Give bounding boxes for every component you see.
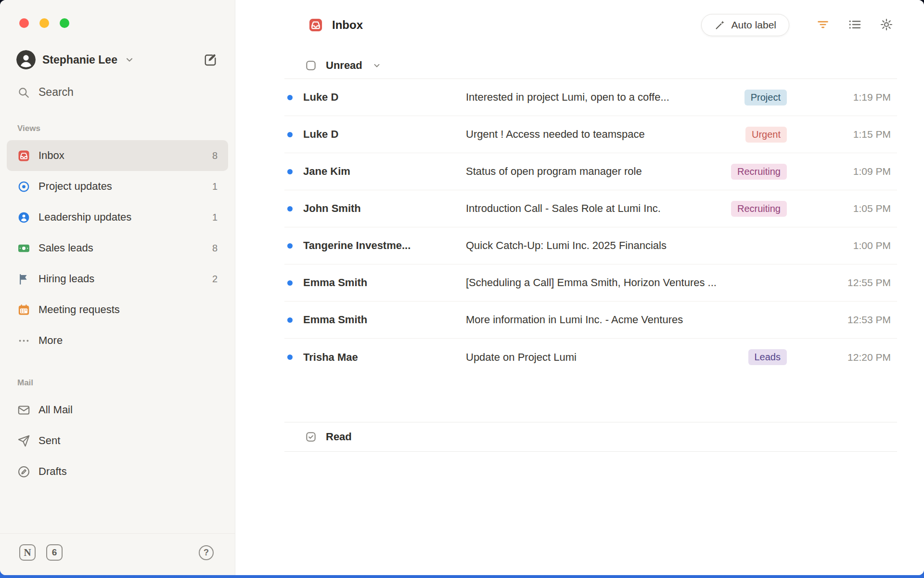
mail-section-label: Mail [17,378,235,388]
mail-nav: All Mail Sent Drafts [7,394,228,487]
unread-dot [287,317,293,323]
email-row[interactable]: Luke D Interested in project Lumi, open … [284,79,897,116]
sidebar-item-more[interactable]: More [7,325,228,356]
filter-button[interactable] [816,18,830,33]
sidebar-item-label: Sent [38,434,218,447]
unread-section-header[interactable]: Unread [284,52,897,79]
compose-icon [203,53,218,67]
list-view-button[interactable] [848,18,861,33]
chevron-down-icon [124,54,135,65]
sidebar-item-count: 1 [212,212,218,223]
email-subject: Update on Project Lumi [466,351,748,364]
views-section-label: Views [17,124,235,133]
app-window: Stephanie Lee Search Views Inbox 8 [0,0,924,575]
sidebar-item-hiring-leads[interactable]: Hiring leads 2 [7,263,228,294]
unread-dot [287,169,293,174]
views-nav: Inbox 8 Project updates 1 Leadership upd… [7,140,228,356]
search-icon [17,86,30,99]
zoom-window-button[interactable] [60,18,69,28]
sidebar-item-label: All Mail [38,404,218,416]
window-controls [0,0,235,28]
email-row[interactable]: Tangerine Investme... Quick Catch-Up: Lu… [284,227,897,264]
sidebar-item-drafts[interactable]: Drafts [7,456,228,487]
email-list: Luke D Interested in project Lumi, open … [284,79,897,376]
filter-icon [816,18,830,33]
sales-icon [17,242,30,255]
email-row[interactable]: Luke D Urgent ! Access needed to teamspa… [284,116,897,153]
email-sender: Jane Kim [303,165,466,178]
email-row[interactable]: Emma Smith [Scheduling a Call] Emma Smit… [284,264,897,302]
sidebar-item-label: Sales leads [38,242,204,254]
email-time: 1:05 PM [829,203,891,214]
calendar-app-icon[interactable]: 6 [46,544,63,561]
avatar [16,50,36,69]
inbox-icon [17,149,30,162]
email-row[interactable]: John Smith Introduction Call - Sales Rol… [284,190,897,227]
auto-label-wand-icon [714,19,726,31]
compose-button[interactable] [203,53,218,67]
sidebar-footer: N 6 ? [0,533,235,575]
email-time: 12:55 PM [829,277,891,289]
sidebar-item-inbox[interactable]: Inbox 8 [7,140,228,171]
notion-app-icon[interactable]: N [19,544,36,561]
close-window-button[interactable] [19,18,29,28]
settings-icon [880,18,893,33]
email-subject: Quick Catch-Up: Lumi Inc. 2025 Financial… [466,239,829,252]
email-row[interactable]: Trisha Mae Update on Project Lumi Leads … [284,339,897,376]
ellipsis-icon [17,334,30,347]
email-subject: [Scheduling a Call] Emma Smith, Horizon … [466,276,829,289]
auto-label-label: Auto label [732,19,776,31]
main-header: Inbox Auto label [308,13,893,38]
email-time: 1:00 PM [829,240,891,251]
unread-dot [287,206,293,211]
sidebar-item-label: Drafts [38,465,218,478]
account-switcher[interactable]: Stephanie Lee [16,50,135,69]
sidebar-item-count: 1 [212,181,218,192]
user-row: Stephanie Lee [16,50,218,69]
sidebar-item-all-mail[interactable]: All Mail [7,394,228,425]
email-subject: Status of open program manager role [466,165,731,178]
minimize-window-button[interactable] [39,18,49,28]
email-subject: More information in Lumi Inc. - Acme Ven… [466,314,829,326]
email-row[interactable]: Emma Smith More information in Lumi Inc.… [284,302,897,339]
leadership-icon [17,211,30,224]
email-sender: Emma Smith [303,276,466,289]
email-subject: Urgent ! Access needed to teamspace [466,128,745,141]
sidebar-item-project-updates[interactable]: Project updates 1 [7,171,228,202]
chevron-down-icon [372,61,382,70]
settings-button[interactable] [880,18,893,33]
email-label-badge: Project [744,90,787,105]
read-section-header[interactable]: Read [284,422,897,452]
page-title: Inbox [332,18,363,32]
calendar-icon [17,303,30,316]
email-subject: Interested in project Lumi, open to a co… [466,91,744,104]
unread-dot [287,280,293,286]
search-label: Search [38,86,74,99]
email-label-badge: Urgent [745,127,787,143]
select-square-icon [305,59,317,72]
sidebar-item-meeting-requests[interactable]: Meeting requests [7,294,228,325]
email-label-badge: Recruiting [731,164,787,180]
search-button[interactable]: Search [17,86,218,99]
auto-label-button[interactable]: Auto label [701,14,789,36]
email-time: 1:15 PM [829,129,891,140]
email-sender: Luke D [303,91,466,104]
email-sender: Luke D [303,128,466,141]
email-label-badge: Leads [748,349,787,365]
sidebar-item-sent[interactable]: Sent [7,425,228,456]
sidebar-item-leadership-updates[interactable]: Leadership updates 1 [7,202,228,233]
send-icon [17,434,30,447]
unread-label: Unread [326,59,362,72]
sidebar-item-count: 2 [212,274,218,285]
sidebar-item-label: Hiring leads [38,273,204,285]
email-row[interactable]: Jane Kim Status of open program manager … [284,153,897,190]
read-label: Read [326,431,352,443]
sidebar-item-label: Inbox [38,149,204,162]
checked-checkbox-icon [305,431,317,443]
email-label-badge: Recruiting [731,201,787,217]
sidebar-item-sales-leads[interactable]: Sales leads 8 [7,233,228,263]
sidebar-item-label: Meeting requests [38,303,209,316]
help-button[interactable]: ? [199,545,214,560]
email-sender: Trisha Mae [303,351,466,364]
email-time: 1:19 PM [829,92,891,103]
